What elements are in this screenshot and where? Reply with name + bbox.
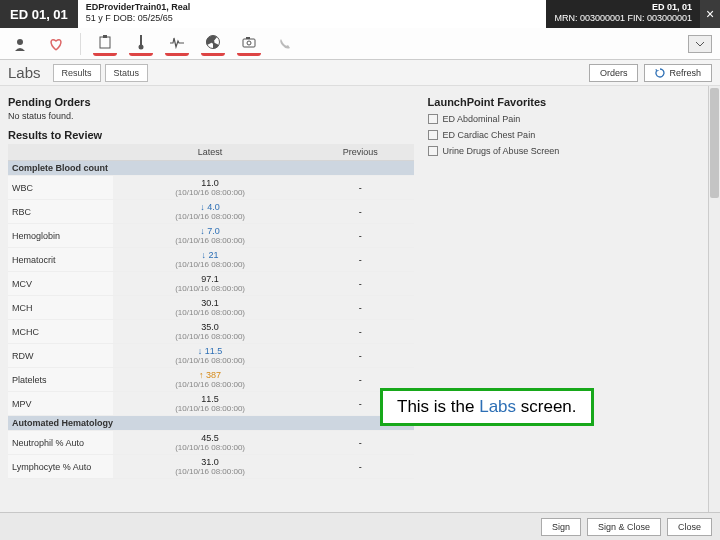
refresh-icon (655, 68, 665, 78)
callout-pre: This is the (397, 397, 479, 416)
panel-header: Automated Hematology (8, 416, 414, 431)
svg-rect-2 (103, 35, 107, 38)
close-icon[interactable]: × (700, 0, 720, 28)
mrn-fin: MRN: 003000001 FIN: 003000001 (554, 13, 692, 24)
sign-button[interactable]: Sign (541, 518, 581, 536)
result-name: MPV (8, 392, 113, 416)
patient-ids: ED 01, 01 MRN: 003000001 FIN: 003000001 (546, 0, 700, 28)
context-chip: ED 01, 01 (0, 0, 78, 28)
tutorial-callout: This is the Labs screen. (380, 388, 594, 426)
pending-heading: Pending Orders (8, 96, 414, 108)
sign-close-button[interactable]: Sign & Close (587, 518, 661, 536)
callout-post: screen. (516, 397, 576, 416)
result-name: MCV (8, 272, 113, 296)
favorites-panel: LaunchPoint Favorites ED Abdominal PainE… (418, 86, 720, 512)
result-latest: ↓ 21(10/10/16 08:00:00) (113, 248, 306, 272)
result-latest: ↓ 11.5(10/10/16 08:00:00) (113, 344, 306, 368)
result-name: Lymphocyte % Auto (8, 455, 113, 479)
result-name: WBC (8, 176, 113, 200)
page-title: Labs (8, 64, 41, 81)
refresh-button[interactable]: Refresh (644, 64, 712, 82)
callout-em: Labs (479, 397, 516, 416)
toolbar (0, 28, 720, 60)
patient-name: EDProviderTrain01, Real (86, 2, 539, 13)
scrollbar[interactable] (708, 86, 720, 512)
close-button[interactable]: Close (667, 518, 712, 536)
favorite-item[interactable]: Urine Drugs of Abuse Screen (428, 143, 710, 159)
thermometer-icon[interactable] (129, 32, 153, 56)
result-row[interactable]: MCH30.1(10/10/16 08:00:00)- (8, 296, 414, 320)
result-latest: 97.1(10/10/16 08:00:00) (113, 272, 306, 296)
result-latest: ↓ 4.0(10/10/16 08:00:00) (113, 200, 306, 224)
result-name: Hematocrit (8, 248, 113, 272)
result-name: RDW (8, 344, 113, 368)
svg-rect-1 (100, 37, 110, 48)
result-previous: - (307, 455, 414, 479)
result-previous: - (307, 344, 414, 368)
result-row[interactable]: Platelets↑ 387(10/10/16 08:00:00)- (8, 368, 414, 392)
svg-rect-7 (243, 39, 255, 47)
clipboard-icon[interactable] (93, 32, 117, 56)
favorite-label: ED Cardiac Chest Pain (443, 127, 536, 143)
pending-empty: No status found. (8, 111, 414, 121)
checkbox-icon[interactable] (428, 146, 438, 156)
result-row[interactable]: MCV97.1(10/10/16 08:00:00)- (8, 272, 414, 296)
result-previous: - (307, 200, 414, 224)
col-latest: Latest (113, 144, 306, 161)
heart-icon[interactable] (44, 32, 68, 56)
results-panel: Pending Orders No status found. Results … (0, 86, 418, 512)
results-table: Latest Previous Complete Blood countWBC1… (8, 144, 414, 479)
result-name: MCHC (8, 320, 113, 344)
result-row[interactable]: MPV11.5(10/10/16 08:00:00)- (8, 392, 414, 416)
orders-button[interactable]: Orders (589, 64, 639, 82)
patient-info: EDProviderTrain01, Real 51 y F DOB: 05/2… (78, 0, 547, 28)
result-latest: 31.0(10/10/16 08:00:00) (113, 455, 306, 479)
checkbox-icon[interactable] (428, 114, 438, 124)
favorite-label: ED Abdominal Pain (443, 111, 521, 127)
toolbar-dropdown[interactable] (688, 35, 712, 53)
result-row[interactable]: MCHC35.0(10/10/16 08:00:00)- (8, 320, 414, 344)
phone-icon[interactable] (273, 32, 297, 56)
favorite-item[interactable]: ED Abdominal Pain (428, 111, 710, 127)
ecg-icon[interactable] (165, 32, 189, 56)
col-name (8, 144, 113, 161)
result-latest: ↑ 387(10/10/16 08:00:00) (113, 368, 306, 392)
col-previous: Previous (307, 144, 414, 161)
results-heading: Results to Review (8, 129, 414, 141)
result-previous: - (307, 248, 414, 272)
favorites-heading: LaunchPoint Favorites (428, 96, 710, 108)
result-row[interactable]: RBC↓ 4.0(10/10/16 08:00:00)- (8, 200, 414, 224)
result-name: RBC (8, 200, 113, 224)
svg-rect-3 (140, 35, 142, 45)
camera-icon[interactable] (237, 32, 261, 56)
result-row[interactable]: Lymphocyte % Auto31.0(10/10/16 08:00:00)… (8, 455, 414, 479)
result-name: MCH (8, 296, 113, 320)
person-icon[interactable] (8, 32, 32, 56)
svg-point-4 (139, 45, 144, 50)
result-row[interactable]: Hematocrit↓ 21(10/10/16 08:00:00)- (8, 248, 414, 272)
result-row[interactable]: Hemoglobin↓ 7.0(10/10/16 08:00:00)- (8, 224, 414, 248)
radiation-icon[interactable] (201, 32, 225, 56)
result-row[interactable]: WBC11.0(10/10/16 08:00:00)- (8, 176, 414, 200)
tab-results[interactable]: Results (53, 64, 101, 82)
result-name: Hemoglobin (8, 224, 113, 248)
tab-status[interactable]: Status (105, 64, 149, 82)
result-row[interactable]: Neutrophil % Auto45.5(10/10/16 08:00:00)… (8, 431, 414, 455)
result-latest: 35.0(10/10/16 08:00:00) (113, 320, 306, 344)
scroll-thumb[interactable] (710, 88, 719, 198)
result-previous: - (307, 320, 414, 344)
result-latest: 30.1(10/10/16 08:00:00) (113, 296, 306, 320)
result-name: Platelets (8, 368, 113, 392)
favorite-item[interactable]: ED Cardiac Chest Pain (428, 127, 710, 143)
refresh-label: Refresh (669, 68, 701, 78)
favorite-label: Urine Drugs of Abuse Screen (443, 143, 560, 159)
location-code: ED 01, 01 (554, 2, 692, 13)
section-bar: Labs Results Status Orders Refresh (0, 60, 720, 86)
panel-header: Complete Blood count (8, 161, 414, 176)
footer-bar: Sign Sign & Close Close (0, 512, 720, 540)
svg-point-0 (17, 39, 23, 45)
result-row[interactable]: RDW↓ 11.5(10/10/16 08:00:00)- (8, 344, 414, 368)
result-previous: - (307, 224, 414, 248)
result-previous: - (307, 431, 414, 455)
checkbox-icon[interactable] (428, 130, 438, 140)
